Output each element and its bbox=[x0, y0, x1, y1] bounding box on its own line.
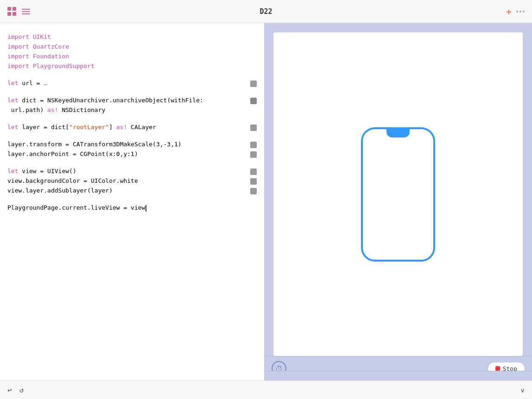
layer-block: let layer = dict["rootLayer"] as! CALaye… bbox=[7, 123, 257, 132]
code-line: import QuartzCore bbox=[7, 42, 257, 52]
result-badge bbox=[250, 151, 257, 158]
list-icon[interactable] bbox=[22, 9, 30, 14]
result-badge bbox=[250, 98, 257, 104]
toolbar-left bbox=[7, 7, 30, 16]
liveview-block: PlaygroundPage.current.liveView = view bbox=[7, 203, 257, 213]
code-line-sublayer: view.layer.addSublayer(layer) bbox=[7, 186, 257, 196]
result-badge bbox=[250, 142, 257, 148]
code-line-liveview: PlaygroundPage.current.liveView = view bbox=[7, 203, 257, 213]
code-line-layer: let layer = dict["rootLayer"] as! CALaye… bbox=[7, 123, 257, 132]
preview-panel: ⏱Stop bbox=[264, 23, 532, 380]
result-badge bbox=[250, 178, 257, 185]
result-badge bbox=[250, 168, 257, 175]
main-content: import UIKit import QuartzCore import Fo… bbox=[0, 23, 532, 380]
redo-button[interactable]: ↺ bbox=[19, 386, 24, 394]
code-line-anchor: layer.anchorPoint = CGPoint(x:0,y:1) bbox=[7, 150, 257, 159]
result-badge bbox=[250, 125, 257, 131]
more-button[interactable] bbox=[516, 11, 525, 12]
preview-controls bbox=[264, 371, 532, 380]
undo-button[interactable]: ↩ bbox=[7, 386, 12, 394]
code-line-url: let url = … bbox=[7, 79, 257, 88]
code-line-view: let view = UIView() bbox=[7, 167, 257, 176]
status-bar: ↩ ↺ ∨ bbox=[0, 380, 532, 399]
result-badge bbox=[250, 81, 257, 87]
phone-notch bbox=[386, 129, 410, 137]
stop-icon bbox=[495, 366, 500, 371]
transform-block: layer.transform = CATransform3DMakeScale… bbox=[7, 140, 257, 159]
toolbar-right: + bbox=[506, 6, 525, 17]
code-editor[interactable]: import UIKit import QuartzCore import Fo… bbox=[0, 23, 264, 380]
toolbar: D22 + bbox=[0, 0, 532, 23]
code-line-dict: let dict = NSKeyedUnarchiver.unarchiveOb… bbox=[7, 96, 257, 106]
grid-icon[interactable] bbox=[7, 7, 16, 16]
result-badge bbox=[250, 188, 257, 194]
add-button[interactable]: + bbox=[506, 6, 512, 17]
code-line: url.path) as! NSDictionary bbox=[7, 106, 257, 115]
dict-block: let dict = NSKeyedUnarchiver.unarchiveOb… bbox=[7, 96, 257, 115]
code-line-transform: layer.transform = CATransform3DMakeScale… bbox=[7, 140, 257, 150]
code-line: import Foundation bbox=[7, 52, 257, 62]
code-line: import PlaygroundSupport bbox=[7, 62, 257, 71]
chevron-down-icon[interactable]: ∨ bbox=[521, 387, 525, 394]
imports-block: import UIKit import QuartzCore import Fo… bbox=[7, 32, 257, 71]
preview-screen bbox=[273, 32, 523, 356]
document-title: D22 bbox=[260, 7, 272, 16]
phone-mockup bbox=[361, 127, 435, 262]
phone-screen bbox=[363, 129, 433, 260]
url-block: let url = … bbox=[7, 79, 257, 88]
code-line: import UIKit bbox=[7, 32, 257, 42]
code-line-bg: view.backgroundColor = UIColor.white bbox=[7, 176, 257, 186]
view-block: let view = UIView() view.backgroundColor… bbox=[7, 167, 257, 196]
